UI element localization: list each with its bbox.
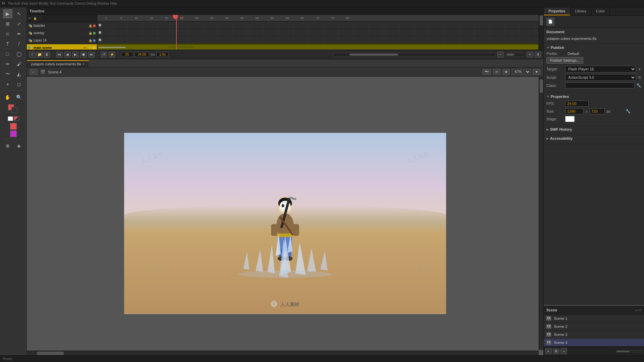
scene-panel-close[interactable]: × [639,308,641,312]
properties-section-header[interactable]: ▼ Properties [546,95,641,99]
canvas-hscroll[interactable] [27,351,539,355]
clip-btn[interactable]: ✂ [493,69,500,75]
script-select[interactable]: ActionScript 3.0 ActionScript 2.0 [565,74,636,81]
scene-item-4[interactable]: 🎞 Scene 4 [544,339,644,347]
timeline-vscroll-thumb[interactable] [540,15,543,25]
current-frame-input[interactable] [121,52,133,57]
publish-section-header[interactable]: ▼ Publish [546,46,641,50]
transform-tool[interactable]: ⤢ [14,19,24,28]
frame-20: 20 [159,16,174,20]
layer-boarder[interactable]: 🎭 boarder · 🔒 [27,22,97,29]
brush-tool[interactable]: 🖌 [14,59,24,69]
color-swatch-purple[interactable] [10,130,17,137]
tab-close[interactable]: × [82,62,84,66]
eraser-tool[interactable]: ◻ [14,79,24,89]
layer-main-scene[interactable]: 🎭 main scene ✏ · 🔒 [27,44,97,50]
subselect-tool[interactable]: ↖ [14,9,24,18]
script-settings-icon[interactable]: ⚙ [638,75,641,80]
new-layer-btn[interactable]: + [29,52,36,58]
scene-add-btn[interactable]: + [545,348,552,354]
target-dropdown-arrow[interactable]: ▼ [638,67,641,71]
text-tool[interactable]: T [3,39,12,49]
zoom-out-timeline[interactable]: − [497,52,504,58]
zoom-tool[interactable]: 🔍 [14,93,24,102]
doc-icon[interactable]: 📄 [546,18,554,26]
file-tab-main[interactable]: yutapon cubes experiments.fla × [27,60,89,67]
stop-btn[interactable]: ⏹ [80,52,87,58]
accessibility-section-header[interactable]: ▶ Accessibility [546,136,641,140]
scene-scrollbar[interactable] [616,350,643,352]
size-width-input[interactable] [565,108,584,114]
scene-item-3[interactable]: 🎞 Scene 3 [544,330,644,339]
expand-btn[interactable]: ⬆ [535,52,541,58]
swap-colors[interactable] [14,116,19,121]
section-swf-history: ▶ SWF History [544,126,644,135]
snap-tool[interactable]: ⊕ [3,141,12,150]
arrow-tool[interactable]: ▶ [3,9,12,18]
camera-btn[interactable]: 📷 [482,69,491,75]
stage-color-box[interactable] [565,116,575,122]
color-swatch-red[interactable] [10,123,17,130]
canvas-vscroll[interactable] [539,77,543,350]
timeline-vscroll[interactable] [539,15,543,50]
prev-frame-btn[interactable]: ⏮ [56,52,63,58]
fps-row: FPS: [546,101,641,107]
scene-item-2[interactable]: 🎞 Scene 2 [544,322,644,330]
swf-section-title: SWF History [550,127,572,131]
class-input[interactable] [565,82,634,88]
layer-main-scene-name: main scene [34,46,82,50]
timeline-hscroll[interactable] [333,53,496,56]
folder-btn[interactable]: 📁 [36,52,43,58]
ink-tool[interactable]: 〜 [3,69,12,79]
scene-duplicate-btn[interactable]: ⧉ [553,348,559,354]
line-tool[interactable]: / [14,39,24,49]
play-btn[interactable]: ▶ [72,52,79,58]
zoom-dropdown-btn[interactable]: ▼ [533,69,541,75]
white-black-reset[interactable] [8,116,13,121]
layer-14[interactable]: 🎭 Layer 14 · 🔒 [27,37,97,44]
back-btn[interactable]: ← [30,69,38,75]
size-wrench-icon[interactable]: 🔧 [626,109,631,114]
tab-color[interactable]: Color [591,7,610,15]
free-transform-tool[interactable]: ⊞ [3,19,12,28]
publish-settings-btn[interactable]: Publish Settings... [546,57,583,64]
sync-btn[interactable]: ⚡ [109,52,115,58]
pen-tool[interactable]: ✒ [14,29,24,39]
tab-properties[interactable]: Properties [544,7,570,15]
canvas-hscroll-thumb[interactable] [37,352,64,355]
class-wrench-icon[interactable]: 🔧 [636,83,641,88]
target-label: Target: [546,67,563,71]
canvas-vscroll-thumb[interactable] [540,79,543,93]
fill-color-swatch[interactable] [11,107,17,113]
zoom-select[interactable]: 67% 100% 50% 25% [512,69,531,75]
time-input[interactable] [156,52,168,57]
scene-delete-btn[interactable]: − [560,348,567,354]
frame-ruler[interactable]: 1 5 10 15 20 25 30 35 40 45 50 55 [97,15,539,21]
zoom-in-timeline[interactable]: + [527,52,533,58]
hand-tool[interactable]: ✋ [3,93,12,102]
move-btn[interactable]: ✥ [502,69,510,75]
layer-overlay[interactable]: 🎭 overlay · 🔒 [27,29,97,37]
scene-panel-collapse[interactable]: — [635,308,639,312]
loop-btn[interactable]: ↺ [101,52,107,58]
target-select[interactable]: Flash Player 16 Flash Player 15 Flash Pl… [565,66,636,72]
tab-library[interactable]: Library [570,7,591,15]
smooth-tool[interactable]: ◈ [14,141,24,150]
next-frame-btn[interactable]: ⏭ [88,52,95,58]
fps-input[interactable] [135,52,149,57]
size-height-input[interactable] [590,108,605,114]
rect-tool[interactable]: □ [3,49,12,59]
pencil-tool[interactable]: ✏ [3,59,12,69]
scene-item-1[interactable]: 🎞 Scene 1 [544,314,644,322]
oval-tool[interactable]: ◯ [14,49,24,59]
lasso-tool[interactable]: ⊂ [3,29,12,39]
fps-prop-input[interactable] [565,101,589,107]
eyedropper-tool[interactable]: ⌖ [3,79,12,89]
swf-section-header[interactable]: ▶ SWF History [546,127,641,131]
back-frame-btn[interactable]: ◀ [64,52,71,58]
delete-layer-btn[interactable]: 🗑 [44,52,50,58]
swf-arrow: ▶ [546,128,549,131]
scene-scrollbar-thumb[interactable] [616,351,630,352]
timeline-zoom-bar[interactable] [505,53,525,56]
paint-bucket-tool[interactable]: ◭ [14,69,24,79]
